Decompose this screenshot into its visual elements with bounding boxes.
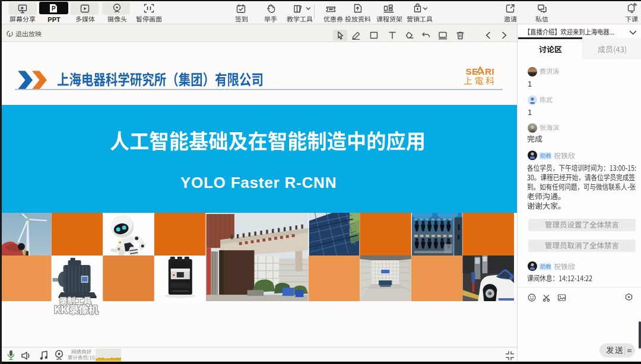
svg-text:P: P bbox=[52, 5, 56, 12]
